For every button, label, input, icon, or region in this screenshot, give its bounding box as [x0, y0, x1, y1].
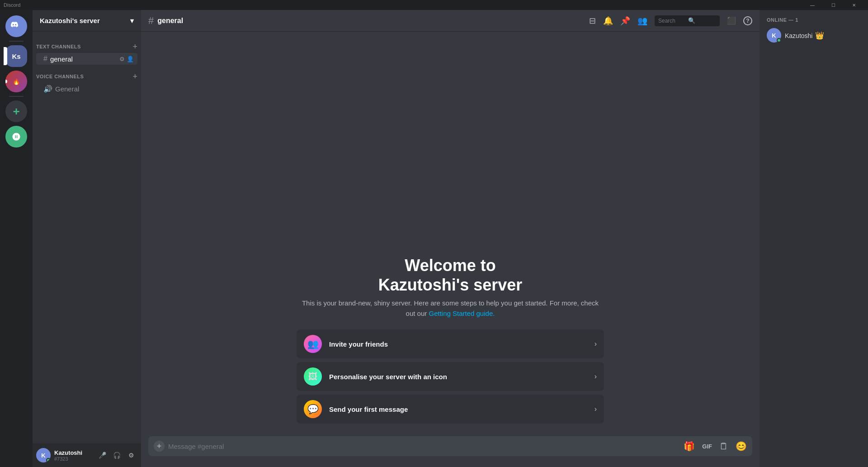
getting-started-link[interactable]: Getting Started guide. — [429, 310, 495, 317]
member-name-kazutoshi: Kazutoshi 👑 — [785, 31, 824, 40]
invite-chevron: › — [594, 340, 597, 348]
user-controls: 🎤 🎧 ⚙ — [96, 449, 137, 462]
user-online-indicator — [46, 458, 51, 462]
customize-label: Personalise your server with an icon — [329, 373, 587, 381]
mute-button[interactable]: 🎤 — [96, 449, 108, 462]
channel-actions: ⚙ 👤 — [119, 56, 134, 62]
message-label: Send your first message — [329, 405, 587, 413]
search-placeholder: Search — [658, 18, 686, 24]
user-panel: K Kazutoshi #7323 🎤 🎧 ⚙ — [33, 443, 141, 467]
channel-invite-icon[interactable]: 👤 — [127, 56, 134, 62]
explore-server-button[interactable] — [5, 126, 27, 148]
discord-home-button[interactable] — [5, 15, 27, 37]
text-channels-category[interactable]: TEXT CHANNELS + — [33, 35, 141, 52]
message-icon: 💬 — [304, 400, 322, 418]
titlebar-app-name: Discord — [4, 2, 20, 8]
welcome-title: Welcome to Kazutoshi's server — [297, 256, 604, 295]
message-input-area: + 🎁 GIF 🗒 😊 — [141, 436, 760, 467]
user-avatar: K — [36, 448, 51, 462]
add-server-button[interactable]: + — [5, 100, 27, 122]
close-button[interactable]: ✕ — [844, 0, 864, 10]
member-list: ONLINE — 1 K Kazutoshi 👑 — [760, 10, 868, 467]
chat-channel-title: # general — [148, 15, 183, 27]
threads-icon[interactable]: ⊟ — [589, 16, 596, 26]
channel-name-general-voice: General — [55, 85, 79, 93]
chat-channel-name: general — [157, 17, 183, 25]
message-chevron: › — [594, 405, 597, 413]
maximize-button[interactable]: ☐ — [823, 0, 844, 10]
chat-messages: Welcome to Kazutoshi's server This is yo… — [141, 32, 760, 436]
channel-settings-icon[interactable]: ⚙ — [119, 56, 125, 62]
titlebar: Discord — ☐ ✕ — [0, 0, 868, 10]
sticker-icon[interactable]: 🗒 — [719, 441, 728, 452]
channel-hash-icon: # — [148, 15, 154, 27]
message-input[interactable] — [168, 438, 680, 455]
text-channels-label: TEXT CHANNELS — [36, 44, 81, 49]
welcome-subtitle: This is your brand-new, shiny server. He… — [297, 298, 604, 319]
attach-button[interactable]: + — [154, 441, 165, 452]
voice-channels-label: VOICE CHANNELS — [36, 74, 84, 79]
channel-item-general-voice[interactable]: 🔊 General — [36, 83, 137, 95]
add-voice-channel-button[interactable]: + — [132, 72, 137, 81]
invite-label: Invite your friends — [329, 340, 587, 348]
emoji-icon[interactable]: 😊 — [736, 441, 747, 452]
user-name: Kazutoshi — [54, 449, 92, 456]
channel-list: TEXT CHANNELS + # general ⚙ 👤 VOICE CHAN… — [33, 32, 141, 443]
member-item-kazutoshi[interactable]: K Kazutoshi 👑 — [763, 26, 864, 44]
gift-icon[interactable]: 🎁 — [684, 441, 695, 452]
text-channel-icon: # — [43, 55, 47, 63]
message-input-tools: 🎁 GIF 🗒 😊 — [684, 441, 747, 452]
send-message-action[interactable]: 💬 Send your first message › — [297, 395, 604, 424]
channel-sidebar: Kazutoshi's server ▾ TEXT CHANNELS + # g… — [33, 10, 141, 467]
server-list: Ks 🔥 + — [0, 10, 33, 467]
header-tools: ⊟ 🔔 📌 👥 Search 🔍 ⬛ ? — [589, 15, 752, 26]
main-content: # general ⊟ 🔔 📌 👥 Search 🔍 ⬛ ? Welco — [141, 10, 760, 467]
search-icon: 🔍 — [688, 17, 716, 24]
minimize-button[interactable]: — — [802, 0, 823, 10]
help-icon[interactable]: ? — [743, 16, 752, 25]
channel-item-general[interactable]: # general ⚙ 👤 — [36, 53, 137, 65]
server-header[interactable]: Kazutoshi's server ▾ — [33, 10, 141, 32]
invite-friends-action[interactable]: 👥 Invite your friends › — [297, 329, 604, 358]
server-header-chevron: ▾ — [130, 17, 134, 25]
deafen-button[interactable]: 🎧 — [110, 449, 123, 462]
server-red-button[interactable]: 🔥 — [5, 71, 27, 92]
message-input-box: + 🎁 GIF 🗒 😊 — [148, 436, 752, 456]
member-badge-kazutoshi: 👑 — [815, 32, 824, 39]
voice-channel-icon: 🔊 — [43, 85, 52, 93]
member-online-dot — [777, 38, 781, 43]
server-separator-2 — [9, 96, 24, 97]
members-icon[interactable]: 👥 — [637, 16, 647, 26]
customize-server-action[interactable]: 🖼 Personalise your server with an icon › — [297, 362, 604, 391]
user-info: Kazutoshi #7323 — [54, 449, 92, 462]
customize-icon: 🖼 — [304, 367, 322, 386]
add-text-channel-button[interactable]: + — [132, 43, 137, 51]
server-ks-button[interactable]: Ks — [5, 45, 27, 67]
gif-button[interactable]: GIF — [702, 443, 712, 450]
server-name: Kazutoshi's server — [40, 17, 100, 24]
user-settings-button[interactable]: ⚙ — [125, 449, 137, 462]
server-active-indicator — [4, 47, 7, 65]
channel-name-general: general — [50, 55, 73, 63]
chat-header: # general ⊟ 🔔 📌 👥 Search 🔍 ⬛ ? — [141, 10, 760, 32]
titlebar-controls: — ☐ ✕ — [802, 0, 864, 10]
app: Ks 🔥 + Kazutoshi's server ▾ TEXT CHANNEL… — [0, 10, 868, 467]
customize-chevron: › — [594, 372, 597, 381]
server-separator — [9, 41, 24, 42]
user-tag: #7323 — [54, 456, 92, 462]
invite-icon: 👥 — [304, 335, 322, 353]
search-bar[interactable]: Search 🔍 — [655, 15, 720, 26]
pin-icon[interactable]: 📌 — [620, 16, 630, 26]
inbox-icon[interactable]: ⬛ — [727, 16, 736, 25]
online-section-header: ONLINE — 1 — [763, 17, 864, 23]
voice-channels-category[interactable]: VOICE CHANNELS + — [33, 65, 141, 82]
titlebar-left: Discord — [4, 2, 20, 8]
member-avatar-kazutoshi: K — [767, 28, 781, 43]
notification-icon[interactable]: 🔔 — [603, 16, 613, 26]
welcome-content: Welcome to Kazutoshi's server This is yo… — [297, 256, 604, 427]
